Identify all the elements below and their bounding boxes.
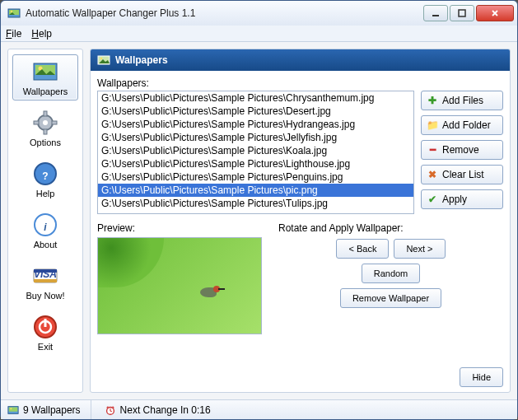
svg-rect-10 <box>44 111 47 116</box>
hide-button[interactable]: Hide <box>460 367 503 387</box>
remove-button[interactable]: ━Remove <box>421 140 503 160</box>
list-item[interactable]: G:\Users\Public\Pictures\Sample Pictures… <box>98 157 413 170</box>
sidebar-item-label: Wallpapers <box>16 86 74 96</box>
random-button[interactable]: Random <box>362 264 421 283</box>
picture-icon <box>97 54 110 67</box>
file-list[interactable]: G:\Users\Public\Pictures\Sample Pictures… <box>97 91 414 214</box>
remove-wallpaper-button[interactable]: Remove Wallpaper <box>340 288 441 308</box>
menubar: File Help <box>1 26 517 42</box>
plus-icon: ✚ <box>427 95 438 106</box>
menu-file[interactable]: File <box>6 28 21 40</box>
sidebar-item-help[interactable]: ?Help <box>12 156 78 203</box>
minus-icon: ━ <box>427 144 438 156</box>
back-button[interactable]: < Back <box>336 239 389 259</box>
question-icon: ? <box>32 161 58 187</box>
add-folder-button[interactable]: 📁Add Folder <box>421 115 503 135</box>
list-item[interactable]: G:\Users\Public\Pictures\Sample Pictures… <box>98 184 413 197</box>
clear-list-button[interactable]: ✖Clear List <box>421 165 503 184</box>
svg-text:VISA: VISA <box>34 268 57 280</box>
power-icon <box>32 314 58 340</box>
svg-rect-3 <box>432 15 439 16</box>
sidebar-item-label: Buy Now! <box>16 291 74 301</box>
window-controls <box>423 5 514 21</box>
preview-label: Preview: <box>97 222 270 234</box>
svg-point-9 <box>43 120 48 125</box>
titlebar[interactable]: Automatic Wallpaper Changer Plus 1.1 <box>1 1 517 26</box>
list-item[interactable]: G:\Users\Public\Pictures\Sample Pictures… <box>98 105 413 118</box>
app-icon <box>7 7 21 20</box>
lower-area: Preview: Rotate and Apply Wallpaper: < B… <box>97 222 503 334</box>
visa-icon: VISA <box>32 263 58 289</box>
list-item[interactable]: G:\Users\Public\Pictures\Sample Pictures… <box>98 91 413 105</box>
list-item[interactable]: G:\Users\Public\Pictures\Sample Pictures… <box>98 118 413 131</box>
menu-help[interactable]: Help <box>31 28 52 40</box>
next-button[interactable]: Next > <box>394 239 445 259</box>
check-icon: ✔ <box>427 194 438 205</box>
list-item[interactable]: G:\Users\Public\Pictures\Sample Pictures… <box>98 131 413 144</box>
clock-icon <box>105 404 116 416</box>
sidebar-item-label: Exit <box>16 342 74 352</box>
sidebar: WallpapersOptions?HelpiAboutVISABuy Now!… <box>7 49 83 393</box>
application-window: Automatic Wallpaper Changer Plus 1.1 Fil… <box>0 0 518 420</box>
cross-icon: ✖ <box>427 169 438 180</box>
add-files-button[interactable]: ✚Add Files <box>421 91 503 110</box>
status-count: 9 Wallpapers <box>23 404 81 416</box>
picture-icon <box>7 404 19 416</box>
svg-rect-28 <box>9 407 18 411</box>
picture-icon <box>32 58 58 85</box>
svg-point-26 <box>100 58 102 59</box>
sidebar-item-about[interactable]: iAbout <box>12 208 78 254</box>
list-area: Wallpapers: G:\Users\Public\Pictures\Sam… <box>97 77 503 214</box>
minimize-button[interactable] <box>423 5 448 21</box>
folder-icon: 📁 <box>427 119 438 131</box>
svg-text:?: ? <box>42 170 48 182</box>
sidebar-item-label: Options <box>16 138 74 147</box>
main-panel: Wallpapers Wallpapers: G:\Users\Public\P… <box>90 49 511 393</box>
close-button[interactable] <box>476 5 514 21</box>
sidebar-item-exit[interactable]: Exit <box>12 310 78 356</box>
svg-rect-12 <box>34 121 39 124</box>
list-label: Wallpapers: <box>97 77 414 89</box>
status-next-change: Next Change In 0:16 <box>120 404 211 416</box>
sidebar-item-wallpapers[interactable]: Wallpapers <box>12 54 78 100</box>
list-item[interactable]: G:\Users\Public\Pictures\Sample Pictures… <box>98 170 413 184</box>
rotate-label: Rotate and Apply Wallpaper: <box>278 222 503 234</box>
sidebar-item-label: About <box>16 240 74 250</box>
info-icon: i <box>32 212 58 238</box>
sidebar-item-buynow[interactable]: VISABuy Now! <box>12 259 78 305</box>
panel-header: Wallpapers <box>91 49 510 71</box>
svg-rect-13 <box>52 121 57 124</box>
svg-rect-24 <box>44 319 47 327</box>
list-item[interactable]: G:\Users\Public\Pictures\Sample Pictures… <box>98 197 413 210</box>
panel-body: Wallpapers: G:\Users\Public\Pictures\Sam… <box>91 71 510 366</box>
svg-rect-11 <box>44 129 47 134</box>
sidebar-item-options[interactable]: Options <box>12 105 78 152</box>
svg-point-2 <box>11 11 12 12</box>
list-item[interactable]: G:\Users\Public\Pictures\Sample Pictures… <box>98 144 413 157</box>
client-area: WallpapersOptions?HelpiAboutVISABuy Now!… <box>1 42 517 399</box>
gear-icon <box>32 110 58 136</box>
window-title: Automatic Wallpaper Changer Plus 1.1 <box>26 7 423 19</box>
action-buttons: ✚Add Files 📁Add Folder ━Remove ✖Clear Li… <box>421 77 503 214</box>
svg-rect-4 <box>459 10 465 16</box>
apply-button[interactable]: ✔Apply <box>421 189 503 209</box>
sidebar-item-label: Help <box>16 189 74 198</box>
svg-point-29 <box>10 408 12 409</box>
statusbar: 9 Wallpapers Next Change In 0:16 <box>1 399 517 419</box>
maximize-button[interactable] <box>450 5 474 21</box>
preview-image <box>97 237 262 334</box>
panel-title: Wallpapers <box>115 54 168 66</box>
